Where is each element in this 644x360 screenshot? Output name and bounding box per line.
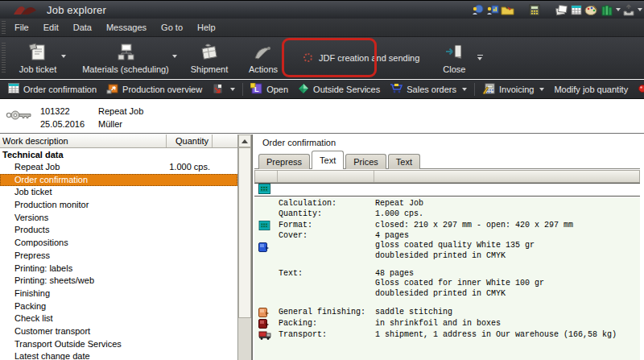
pdf-export-icon (212, 83, 225, 96)
job-explorer-window: Job explorer (0, 0, 644, 360)
order-confirmation-label: Order confirmation (23, 85, 97, 94)
transport-truck-icon (258, 330, 272, 342)
tree-item-check-list[interactable]: Check list (0, 312, 237, 325)
sales-orders-dropdown-caret[interactable] (462, 88, 467, 91)
menu-data[interactable]: Data (66, 20, 99, 35)
general-finishing-row: General finishing: saddle stitching (254, 308, 640, 318)
jdf-creation-button[interactable]: JDF creation and sending (292, 37, 431, 78)
tree-item-printing-labels[interactable]: Printing: labels (0, 263, 237, 275)
up-arrow-icon (242, 139, 248, 143)
gem-icon (298, 83, 309, 96)
ribbon-separator (474, 83, 475, 96)
tree-item-products[interactable]: Products (0, 224, 237, 237)
tree-item-compositions[interactable]: Compositions (0, 237, 237, 250)
spreadsheet-icon (258, 184, 270, 196)
menu-goto[interactable]: Go to (154, 20, 190, 35)
quantity-value: 1.000 cps. (169, 161, 210, 174)
actions-icon (253, 40, 274, 64)
tree-item-prepress[interactable]: Prepress (0, 250, 237, 263)
cover-part-icon (258, 242, 269, 254)
materials-dropdown-caret[interactable] (172, 55, 177, 58)
quantity-row: Quantity: 1.000 cps. (254, 209, 640, 220)
column-quantity[interactable]: Quantity (167, 134, 213, 147)
cards-icon[interactable] (553, 2, 568, 17)
outside-services-button[interactable]: Outside Services (293, 81, 385, 97)
outbox-icon[interactable] (621, 2, 636, 17)
calculator-icon[interactable] (526, 2, 542, 17)
sales-orders-button[interactable]: Sales orders (385, 81, 472, 97)
tree-item-production-monitor[interactable]: Production monitor (0, 199, 237, 212)
toolbar-grip[interactable] (2, 43, 6, 73)
tree-item-repeat-job[interactable]: Repeat Job 1.000 cps. (0, 161, 237, 174)
close-button[interactable]: Close (436, 37, 473, 78)
packing-part-icon (258, 319, 269, 331)
scroll-up-button[interactable] (238, 134, 251, 147)
tree-item-transport-outside-services[interactable]: Transport Outside Services (0, 338, 237, 351)
menubar-grip[interactable] (2, 21, 6, 33)
outbox-dropdown-caret[interactable] (638, 8, 642, 11)
tab-text-active[interactable]: Text (312, 151, 344, 169)
materials-icon (114, 40, 138, 64)
user-report-icon[interactable] (485, 2, 500, 17)
tree-item-packing[interactable]: Packing (0, 300, 237, 313)
open-label: Open (266, 85, 288, 94)
order-confirmation-button[interactable]: Order confirmation (3, 81, 101, 97)
titlebar: Job explorer (0, 1, 644, 19)
window-title: Job explorer (47, 4, 106, 16)
tree-item-printing-sheets-web[interactable]: Printing: sheets/web (0, 275, 237, 288)
shipment-button[interactable]: Shipment (183, 37, 236, 78)
actions-button[interactable]: Actions (239, 37, 287, 78)
detail-record-row[interactable] (254, 183, 640, 197)
invoicing-button[interactable]: Invoicing (477, 81, 549, 97)
job-name: Repeat Job (98, 106, 143, 116)
menu-edit[interactable]: Edit (36, 20, 66, 35)
pdf-export-dropdown-caret[interactable] (230, 88, 235, 91)
job-ticket-icon (27, 40, 48, 64)
job-ticket-button[interactable]: Job ticket (7, 37, 68, 78)
key-icon (6, 109, 33, 124)
menu-file[interactable]: File (7, 20, 36, 35)
open-button[interactable]: L Open (246, 81, 293, 97)
titlebar-quick-icons (469, 2, 642, 17)
shipment-icon (199, 40, 220, 64)
menu-help[interactable]: Help (190, 20, 223, 35)
detail-panel-title: Order confirmation (262, 138, 336, 147)
tab-text-2[interactable]: Text (388, 154, 420, 169)
detail-grid-header (254, 170, 640, 183)
scrollbar-thumb[interactable] (238, 147, 251, 318)
tree-item-order-confirmation[interactable]: Order confirmation (0, 174, 237, 187)
books-icon[interactable] (599, 2, 614, 17)
menu-messages[interactable]: Messages (99, 20, 154, 35)
shipment-label: Shipment (191, 64, 228, 74)
tree-item-job-ticket[interactable]: Job ticket (0, 186, 237, 199)
invoicing-dropdown-caret[interactable] (539, 88, 544, 91)
tree-item-versions[interactable]: Versions (0, 212, 237, 225)
order-confirmation-panel: Order confirmation Prepress Text Prices … (252, 134, 644, 360)
production-overview-button[interactable]: Production overview (101, 81, 207, 97)
job-number: 101322 (40, 106, 70, 116)
job-ticket-dropdown-caret[interactable] (61, 55, 66, 58)
materials-button[interactable]: Materials (scheduling) (72, 37, 180, 78)
tree-item-latest-change-date[interactable]: Latest change date (0, 350, 237, 360)
jdf-creation-label: JDF creation and sending (319, 53, 419, 63)
column-work-description[interactable]: Work description (0, 134, 167, 147)
tree-item-finishing[interactable]: Finishing (0, 288, 237, 300)
toolbar-overflow-button[interactable] (474, 37, 485, 78)
modify-job-quantity-button[interactable]: Modify job quantity (549, 81, 633, 97)
tab-prices[interactable]: Prices (345, 154, 386, 169)
spreadsheet-icon[interactable] (568, 2, 584, 17)
tree-group-technical-data[interactable]: Technical data (0, 148, 237, 161)
work-description-panel: Work description Quantity Technical data… (0, 134, 238, 360)
job-ticket-label: Job ticket (19, 64, 56, 74)
outside-services-label: Outside Services (313, 85, 380, 94)
pdf-export-button[interactable] (207, 81, 240, 97)
user-globe-icon[interactable] (469, 2, 485, 17)
palette-icon[interactable] (584, 2, 599, 17)
folder-eject-icon[interactable] (500, 2, 515, 17)
work-panel-scrollbar[interactable] (238, 134, 252, 360)
modify-status-button[interactable]: Modify status (633, 81, 644, 97)
tab-prepress[interactable]: Prepress (258, 154, 310, 169)
main-toolbar: Job ticket Materials (scheduling) Shipme… (0, 37, 644, 79)
detail-tabs: Prepress Text Prices Text (258, 150, 422, 169)
tree-item-customer-transport[interactable]: Customer transport (0, 325, 237, 338)
